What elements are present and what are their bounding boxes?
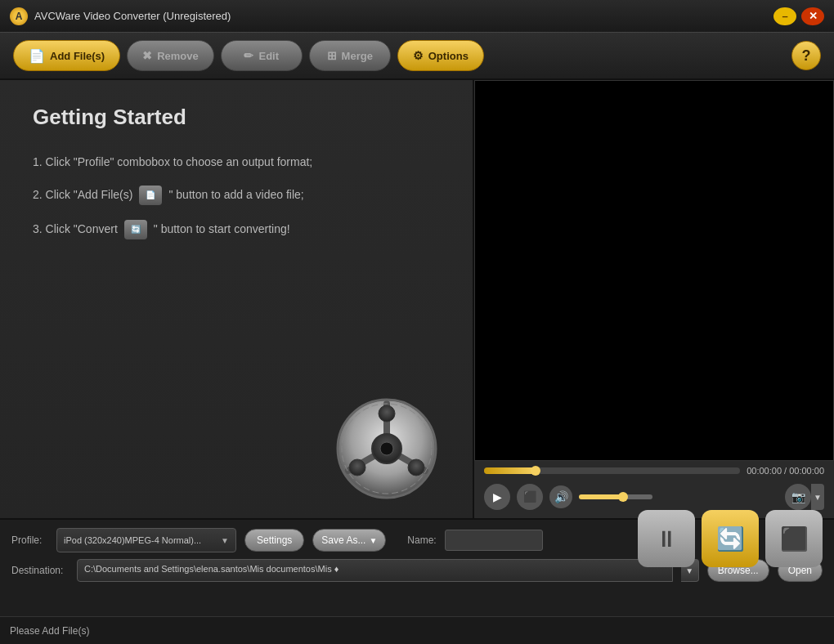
volume-icon: 🔊	[549, 485, 572, 508]
save-as-arrow: ▼	[369, 536, 377, 545]
profile-select-value: iPod (320x240)MPEG-4 Normal)...	[64, 535, 221, 545]
svg-point-8	[380, 442, 393, 455]
merge-label: Merge	[342, 50, 373, 62]
video-progress-bar[interactable]	[484, 467, 740, 474]
snapshot-dropdown[interactable]: ▼	[811, 484, 824, 510]
remove-label: Remove	[157, 50, 199, 62]
time-display: 00:00:00 / 00:00:00	[747, 466, 824, 476]
help-button[interactable]: ?	[791, 41, 821, 70]
name-label: Name:	[407, 534, 436, 546]
settings-button[interactable]: Settings	[244, 529, 304, 552]
step-3: 3. Click "Convert 🔄 " button to start co…	[33, 220, 440, 239]
video-progress-container: 00:00:00 / 00:00:00	[474, 461, 834, 479]
film-reel-graphic	[334, 396, 440, 502]
video-screen	[474, 80, 834, 461]
volume-slider[interactable]	[579, 494, 652, 499]
step-1: 1. Click "Profile" combobox to choose an…	[33, 154, 440, 171]
getting-started-panel: Getting Started 1. Click "Profile" combo…	[0, 80, 474, 518]
svg-point-4	[379, 405, 395, 422]
convert-step-icon: 🔄	[124, 220, 147, 239]
app-icon: A	[10, 7, 28, 25]
bottom-controls: Profile: iPod (320x240)MPEG-4 Normal)...…	[0, 518, 834, 616]
status-bar: Please Add File(s)	[0, 616, 834, 644]
save-as-button[interactable]: Save As... ▼	[312, 529, 386, 552]
step-2-text: 2. Click "Add File(s)	[33, 187, 132, 203]
profile-label: Profile:	[11, 534, 48, 546]
profile-select[interactable]: iPod (320x240)MPEG-4 Normal)... ▼	[56, 528, 236, 552]
save-as-label: Save As...	[321, 534, 365, 546]
options-label: Options	[428, 50, 469, 62]
help-label: ?	[802, 47, 811, 65]
minimize-button[interactable]: –	[773, 7, 796, 25]
window-title: AVCWare Video Converter (Unregistered)	[34, 10, 769, 22]
profile-select-arrow: ▼	[221, 536, 229, 545]
edit-label: Edit	[258, 50, 279, 62]
remove-icon: ✖	[142, 49, 152, 62]
options-button[interactable]: ⚙ Options	[397, 40, 484, 71]
merge-button[interactable]: ⊞ Merge	[309, 40, 391, 71]
stop-convert-button[interactable]: ⬛	[765, 510, 823, 567]
add-files-label: Add File(s)	[50, 50, 105, 62]
remove-button[interactable]: ✖ Remove	[127, 40, 214, 71]
svg-point-6	[349, 459, 365, 476]
add-files-step-icon: 📄	[139, 186, 162, 205]
video-progress-thumb	[531, 466, 540, 476]
step-2: 2. Click "Add File(s) 📄 " button to add …	[33, 186, 440, 205]
video-preview-panel: 00:00:00 / 00:00:00 ▶ ⬛ 🔊 📷 ▼	[474, 80, 834, 518]
settings-label: Settings	[257, 534, 292, 546]
film-reel-svg	[334, 396, 440, 502]
step-3-text-end: " button to start converting!	[154, 221, 290, 238]
edit-button[interactable]: ✏ Edit	[221, 40, 303, 71]
add-files-button[interactable]: 📄 Add File(s)	[13, 40, 120, 71]
status-message: Please Add File(s)	[10, 625, 89, 637]
toolbar: 📄 Add File(s) ✖ Remove ✏ Edit ⊞ Merge ⚙ …	[0, 33, 834, 80]
title-bar: A AVCWare Video Converter (Unregistered)…	[0, 0, 834, 33]
close-button[interactable]: ✕	[801, 7, 824, 25]
snapshot-button[interactable]: 📷	[785, 484, 811, 510]
add-files-icon: 📄	[29, 48, 45, 64]
video-progress-fill	[484, 467, 536, 474]
destination-label: Destination:	[11, 565, 69, 576]
step-2-text-end: " button to add a video file;	[168, 187, 303, 203]
destination-path: C:\Documents and Settings\elena.santos\M…	[77, 559, 673, 582]
svg-point-5	[408, 459, 424, 476]
step-1-text: 1. Click "Profile" combobox to choose an…	[33, 154, 312, 171]
main-content: Getting Started 1. Click "Profile" combo…	[0, 80, 834, 518]
convert-controls: ⏸ 🔄 ⬛	[638, 510, 823, 567]
options-icon: ⚙	[413, 49, 424, 62]
merge-icon: ⊞	[327, 49, 337, 62]
play-button[interactable]: ▶	[484, 484, 510, 510]
edit-icon: ✏	[244, 49, 253, 62]
name-input[interactable]	[445, 530, 543, 551]
getting-started-heading: Getting Started	[33, 105, 440, 130]
stop-button[interactable]: ⬛	[517, 484, 543, 510]
step-3-text: 3. Click "Convert	[33, 221, 118, 238]
pause-convert-button[interactable]: ⏸	[638, 510, 695, 567]
convert-button[interactable]: 🔄	[702, 510, 759, 567]
volume-thumb	[618, 492, 628, 502]
